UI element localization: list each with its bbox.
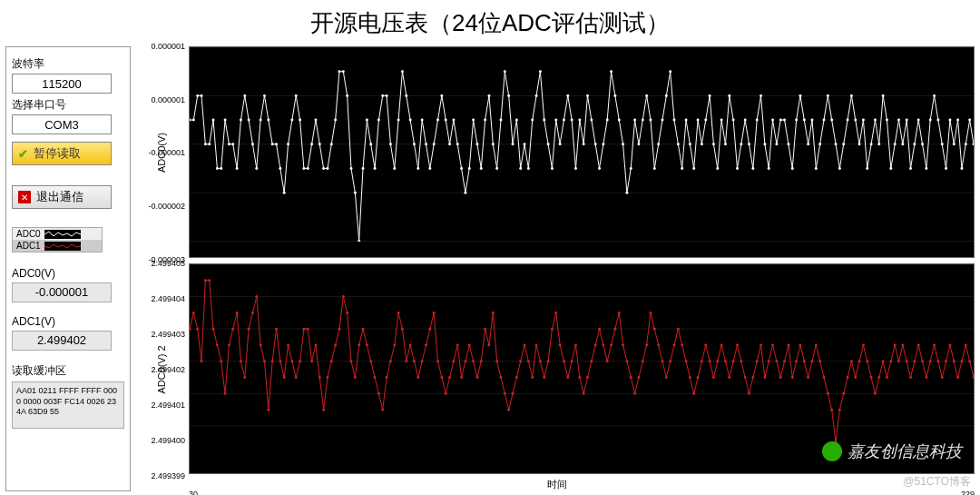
svg-point-214: [196, 327, 199, 330]
chart-xlabel: 时间: [140, 478, 975, 491]
svg-point-359: [768, 360, 770, 362]
svg-point-79: [480, 167, 483, 170]
buffer-value: AA01 0211 FFFF FFFF 0000 0000 003F FC14 …: [12, 381, 124, 429]
svg-point-85: [504, 70, 506, 73]
svg-point-303: [547, 360, 550, 362]
svg-point-123: [653, 167, 656, 170]
svg-point-309: [571, 360, 573, 362]
svg-point-377: [838, 408, 841, 411]
svg-point-301: [539, 360, 542, 362]
svg-point-28: [279, 167, 281, 170]
svg-point-91: [527, 167, 530, 170]
svg-point-349: [728, 376, 730, 379]
svg-point-25: [267, 119, 270, 122]
svg-point-196: [941, 143, 944, 145]
svg-point-241: [302, 327, 305, 330]
svg-point-118: [633, 119, 636, 122]
svg-point-299: [531, 376, 534, 379]
svg-point-64: [421, 119, 424, 122]
pause-button[interactable]: ✔ 暂停读取: [12, 142, 112, 165]
svg-point-330: [653, 327, 656, 330]
svg-point-327: [642, 360, 644, 362]
svg-point-36: [310, 143, 313, 145]
svg-point-60: [405, 94, 407, 97]
svg-point-358: [763, 376, 766, 379]
svg-point-219: [216, 343, 219, 346]
svg-point-367: [799, 343, 801, 346]
svg-point-292: [504, 391, 506, 394]
svg-point-338: [685, 360, 688, 362]
svg-point-317: [602, 343, 604, 346]
svg-point-235: [279, 360, 281, 362]
svg-point-375: [830, 408, 833, 411]
svg-point-154: [775, 143, 778, 145]
legend-adc1[interactable]: ADC1: [13, 240, 102, 252]
svg-point-399: [925, 376, 927, 379]
svg-point-49: [362, 167, 365, 170]
port-select[interactable]: [12, 114, 112, 134]
svg-point-407: [956, 376, 959, 379]
svg-point-401: [933, 343, 936, 346]
svg-point-395: [909, 376, 912, 379]
svg-point-185: [897, 119, 900, 122]
svg-point-307: [563, 360, 565, 362]
svg-point-177: [866, 167, 868, 170]
svg-point-90: [524, 143, 526, 145]
exit-button[interactable]: ✕ 退出通信: [12, 185, 112, 209]
port-label: 选择串口号: [12, 97, 124, 113]
wechat-icon: [822, 441, 842, 461]
svg-point-332: [662, 360, 664, 362]
svg-point-276: [440, 376, 443, 379]
svg-point-69: [440, 94, 443, 97]
svg-point-212: [190, 327, 191, 330]
svg-point-5: [190, 119, 191, 122]
svg-point-168: [830, 119, 833, 122]
svg-point-120: [642, 119, 644, 122]
svg-point-267: [405, 360, 407, 362]
svg-point-75: [464, 192, 466, 194]
x-icon: ✕: [18, 191, 31, 203]
svg-point-315: [594, 343, 597, 346]
svg-point-6: [192, 119, 195, 122]
svg-point-41: [330, 143, 333, 145]
svg-point-287: [484, 327, 486, 330]
svg-point-157: [787, 143, 789, 145]
baud-input[interactable]: [12, 74, 112, 94]
svg-point-189: [913, 143, 916, 145]
svg-point-155: [779, 119, 782, 122]
svg-point-234: [275, 327, 278, 330]
chart0[interactable]: [189, 46, 975, 258]
svg-point-253: [350, 360, 353, 362]
svg-point-34: [302, 167, 305, 170]
svg-point-200: [956, 119, 959, 122]
svg-point-55: [386, 94, 388, 97]
svg-point-57: [393, 167, 396, 170]
svg-point-117: [630, 167, 632, 170]
svg-point-195: [936, 119, 939, 122]
svg-point-132: [689, 143, 691, 145]
svg-point-360: [771, 343, 774, 346]
svg-point-387: [877, 376, 880, 379]
svg-point-45: [346, 94, 348, 97]
svg-point-374: [827, 391, 829, 394]
svg-point-193: [929, 119, 932, 122]
svg-point-384: [866, 360, 868, 362]
svg-point-127: [669, 70, 671, 73]
svg-point-124: [657, 143, 660, 145]
svg-point-115: [622, 143, 624, 145]
svg-point-158: [791, 167, 794, 170]
buffer-label: 读取缓冲区: [12, 363, 124, 379]
svg-point-265: [397, 311, 400, 313]
svg-point-96: [547, 143, 550, 145]
svg-point-10: [208, 143, 211, 145]
legend-adc0[interactable]: ADC0: [13, 228, 102, 240]
svg-point-72: [452, 119, 455, 122]
svg-point-181: [882, 94, 885, 97]
svg-point-106: [586, 94, 589, 97]
svg-point-19: [243, 94, 246, 97]
svg-point-230: [260, 343, 262, 346]
svg-point-282: [464, 360, 466, 362]
svg-point-54: [381, 94, 384, 97]
svg-point-112: [610, 70, 612, 73]
svg-point-397: [917, 343, 920, 346]
